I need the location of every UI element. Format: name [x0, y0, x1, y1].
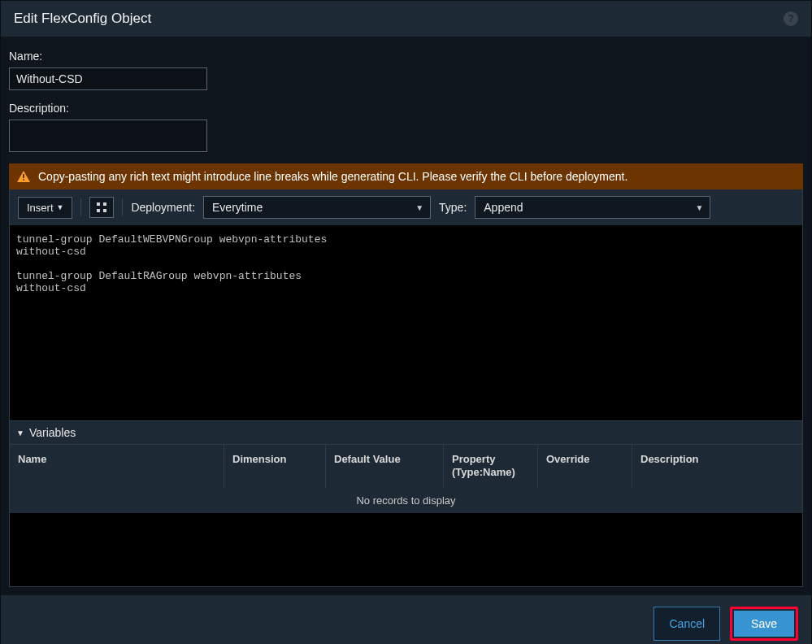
name-label: Name: [9, 50, 803, 63]
variables-section-header[interactable]: ▼ Variables [9, 420, 803, 444]
toolbar-divider [122, 198, 123, 216]
cli-editor[interactable]: tunnel-group DefaultWEBVPNGroup webvpn-a… [9, 225, 803, 420]
warning-icon [17, 171, 30, 182]
name-field-group: Name: [9, 50, 803, 90]
col-name: Name [10, 445, 224, 488]
cancel-button[interactable]: Cancel [654, 607, 720, 641]
warning-text: Copy-pasting any rich text might introdu… [38, 170, 627, 183]
variables-table-body [10, 513, 802, 586]
svg-rect-4 [103, 202, 106, 206]
save-button-highlight: Save [730, 607, 798, 641]
deployment-value: Everytime [204, 201, 409, 214]
dialog-title: Edit FlexConfig Object [14, 11, 151, 27]
svg-rect-3 [97, 202, 100, 206]
variables-table: Name Dimension Default Value Property (T… [9, 444, 803, 587]
toolbar-divider [80, 198, 81, 216]
insert-button-label: Insert [27, 202, 54, 214]
type-label: Type: [439, 201, 467, 214]
dialog-footer: Cancel Save [1, 595, 811, 645]
svg-rect-2 [23, 179, 24, 181]
caret-down-icon: ▼ [688, 203, 710, 212]
name-input[interactable] [9, 67, 207, 90]
description-field-group: Description: [9, 102, 803, 152]
warning-bar: Copy-pasting any rich text might introdu… [9, 163, 803, 189]
col-dimension: Dimension [224, 445, 326, 488]
caret-down-icon: ▼ [409, 203, 430, 212]
insert-button[interactable]: Insert ▼ [18, 197, 72, 219]
col-description: Description [632, 445, 802, 488]
deployment-select[interactable]: Everytime ▼ [203, 196, 431, 219]
description-label: Description: [9, 102, 803, 115]
svg-rect-6 [103, 209, 106, 212]
expand-icon [96, 202, 107, 213]
svg-rect-1 [23, 174, 24, 178]
save-button[interactable]: Save [734, 611, 794, 637]
help-icon[interactable]: ? [784, 11, 798, 26]
variables-table-header: Name Dimension Default Value Property (T… [10, 444, 802, 488]
disclosure-triangle-icon: ▼ [16, 429, 24, 437]
editor-toolbar: Insert ▼ Deployment: Everytime ▼ Type: [9, 189, 803, 225]
svg-rect-5 [97, 209, 100, 212]
variables-empty-message: No records to display [10, 488, 802, 513]
expand-editor-button[interactable] [89, 197, 114, 218]
caret-down-icon: ▼ [57, 203, 64, 211]
dialog-body: Name: Description: Copy-pasting any rich… [1, 37, 811, 595]
type-select[interactable]: Append ▼ [475, 196, 710, 219]
edit-flexconfig-dialog: Edit FlexConfig Object ? Name: Descripti… [0, 0, 812, 644]
dialog-title-bar: Edit FlexConfig Object ? [1, 1, 811, 37]
col-override: Override [538, 445, 632, 488]
type-value: Append [475, 201, 688, 214]
variables-section-title: Variables [29, 426, 76, 439]
description-input[interactable] [9, 120, 207, 152]
deployment-label: Deployment: [131, 201, 195, 214]
col-default-value: Default Value [326, 445, 444, 488]
col-property: Property (Type:Name) [444, 445, 538, 488]
